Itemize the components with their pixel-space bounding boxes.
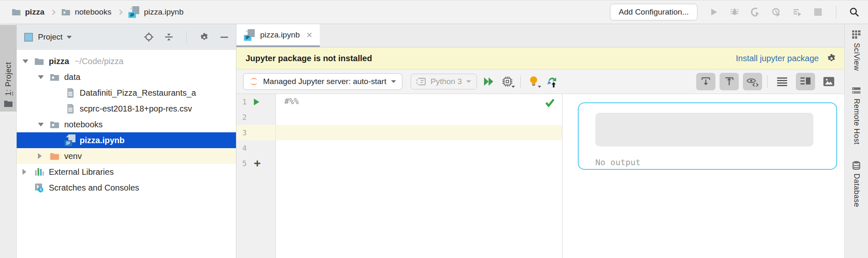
collapsed-arrow-icon[interactable] <box>38 153 49 159</box>
tree-row-datafiniti-csv[interactable]: Datafiniti_Pizza_Restaurants_a <box>17 85 236 101</box>
coverage-icon[interactable] <box>771 7 782 17</box>
close-icon[interactable]: × <box>306 30 312 40</box>
split-layout-toggle[interactable] <box>796 73 815 90</box>
divider <box>520 75 521 88</box>
tree-label: Datafiniti_Pizza_Restaurants_a <box>80 88 196 98</box>
search-everywhere-icon[interactable] <box>849 7 860 17</box>
profiler-icon[interactable] <box>750 7 761 17</box>
server-label: Managed Jupyter server: auto-start <box>263 77 386 86</box>
chevron-down-icon[interactable] <box>67 36 72 39</box>
scratches-icon <box>33 183 45 193</box>
chevron-right-icon <box>50 10 56 15</box>
breadcrumb-file[interactable]: IP pizza.ipynb <box>128 6 183 18</box>
banner-message: Jupyter package is not installed <box>246 54 372 63</box>
line-number: 4 <box>242 144 249 152</box>
database-icon <box>852 161 860 170</box>
jupyter-warning-banner: Jupyter package is not installed Install… <box>236 47 844 69</box>
expanded-arrow-icon[interactable] <box>38 123 49 127</box>
sync-upload-icon[interactable] <box>546 75 558 88</box>
notebook-view-toolbar <box>696 73 838 90</box>
current-cell-highlight <box>276 125 562 140</box>
tool-window-tab-database[interactable]: Database <box>852 161 861 207</box>
project-tree: pizza ~/Code/pizza data Datafiniti_Pizza <box>17 50 236 258</box>
gear-icon[interactable] <box>826 53 837 64</box>
tab-label: Remote Host <box>852 99 861 145</box>
editor-tab-pizza-ipynb[interactable]: IP pizza.ipynb × <box>236 24 320 47</box>
ipynb-file-icon: IP <box>64 134 76 146</box>
venv-folder-icon <box>49 152 60 160</box>
libraries-icon <box>33 167 45 176</box>
folder-icon <box>4 100 13 107</box>
tool-window-tab-project[interactable]: 1: Project <box>0 25 17 112</box>
project-tool-window: Project <box>17 24 236 258</box>
gutter-line-2: 2 <box>236 109 276 125</box>
collapse-outputs-toggle[interactable] <box>696 73 715 90</box>
tab-label: Database <box>852 174 861 207</box>
expanded-arrow-icon[interactable] <box>38 75 49 79</box>
notebook-editor: 1 2 3 4 5 + <box>236 94 844 258</box>
output-cell-box: No output <box>578 102 837 170</box>
run-toolbar <box>708 6 860 18</box>
folder-icon <box>33 57 45 65</box>
show-images-toggle[interactable] <box>819 73 838 90</box>
collapsed-arrow-icon[interactable] <box>23 169 33 175</box>
breadcrumb: pizza notebooks IP pizza.ipynb <box>12 6 183 18</box>
jupyter-toolbar: Managed Jupyter server: auto-start Pytho… <box>236 69 844 94</box>
run-all-icon[interactable] <box>483 75 495 88</box>
tree-row-venv[interactable]: venv <box>17 148 236 164</box>
locate-file-icon[interactable] <box>144 32 154 42</box>
project-view-icon <box>24 33 33 42</box>
folder-icon <box>49 121 60 129</box>
tool-window-tab-remote-host[interactable]: Remote Host <box>852 87 861 145</box>
add-configuration-button[interactable]: Add Configuration... <box>610 4 697 20</box>
tree-label: pizza <box>49 57 69 66</box>
tree-row-pizza-ipynb-selected[interactable]: IP pizza.ipynb <box>17 132 236 148</box>
gutter-line-3: 3 <box>236 125 276 140</box>
breadcrumb-folder[interactable]: notebooks <box>61 7 111 17</box>
jupyter-server-selector[interactable]: Managed Jupyter server: auto-start <box>243 73 402 90</box>
run-tasks-icon[interactable] <box>792 7 803 17</box>
tree-row-external-libraries[interactable]: External Libraries <box>17 164 236 180</box>
project-panel-title: Project <box>38 32 63 42</box>
run-cell-icon[interactable] <box>254 99 259 105</box>
breadcrumb-label: pizza <box>25 7 44 17</box>
file-icon <box>64 104 76 114</box>
tree-label: data <box>64 72 80 82</box>
restart-kernel-icon[interactable] <box>501 75 514 88</box>
show-source-toggle[interactable] <box>743 73 762 90</box>
lightbulb-icon[interactable] <box>527 75 540 88</box>
sciview-icon <box>852 30 861 39</box>
tree-row-notebooks[interactable]: notebooks <box>17 117 236 132</box>
hide-panel-icon[interactable] <box>219 32 229 42</box>
sequential-layout-toggle[interactable] <box>773 73 792 90</box>
folder-icon <box>12 8 21 16</box>
expanded-arrow-icon[interactable] <box>23 60 33 63</box>
code-editor[interactable]: #%% <box>276 94 562 258</box>
debug-icon[interactable] <box>729 7 740 17</box>
output-panel: No output <box>562 94 844 258</box>
gear-icon[interactable] <box>199 32 209 42</box>
tree-label: pizza.ipynb <box>80 136 125 145</box>
cell-success-check-icon <box>544 97 555 108</box>
stop-icon[interactable] <box>813 7 823 17</box>
install-jupyter-link[interactable]: Install jupyter package <box>736 54 819 63</box>
tree-row-scratches[interactable]: Scratches and Consoles <box>17 180 236 196</box>
expand-outputs-toggle[interactable] <box>720 73 739 90</box>
output-placeholder <box>595 113 813 146</box>
collapse-all-icon[interactable] <box>164 32 174 42</box>
tree-label: notebooks <box>64 120 103 129</box>
add-cell-icon[interactable]: + <box>254 157 261 169</box>
breadcrumb-label: pizza.ipynb <box>144 7 183 17</box>
tree-row-data[interactable]: data <box>17 69 236 85</box>
kernel-selector[interactable]: Python 3 <box>411 74 477 89</box>
tree-row-pizza[interactable]: pizza ~/Code/pizza <box>17 53 236 69</box>
tree-label: External Libraries <box>49 167 114 177</box>
tree-row-scprc-csv[interactable]: scprc-est2018-18+pop-res.csv <box>17 101 236 117</box>
breadcrumb-project[interactable]: pizza <box>12 7 44 17</box>
gutter-line-1: 1 <box>236 94 276 109</box>
run-icon[interactable] <box>708 7 719 17</box>
remote-host-icon <box>852 87 861 95</box>
tab-label: SciView <box>852 43 861 71</box>
tool-window-tab-sciview[interactable]: SciView <box>852 30 861 71</box>
project-panel-header: Project <box>17 24 236 50</box>
